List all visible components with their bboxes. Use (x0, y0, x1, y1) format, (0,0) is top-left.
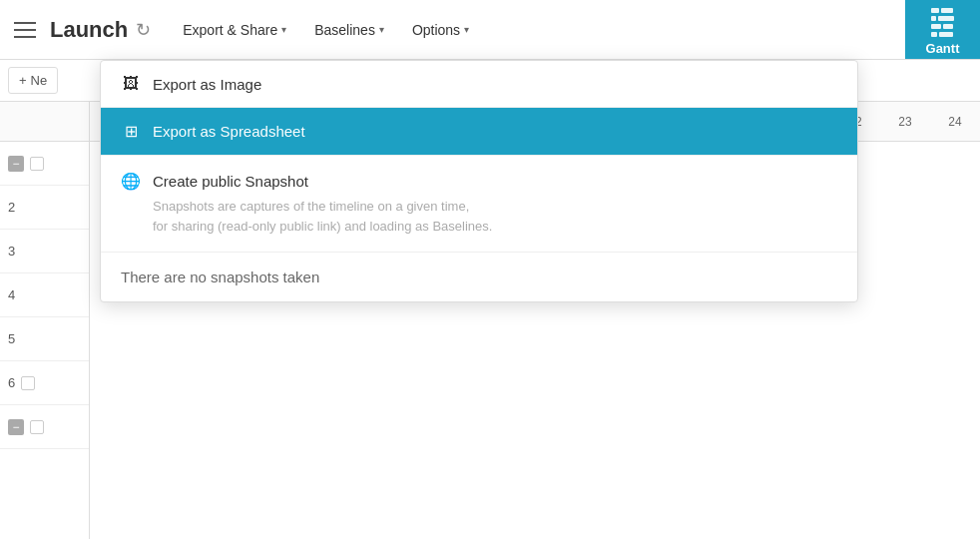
baselines-button[interactable]: Baselines ▾ (302, 16, 396, 44)
collapse-icon[interactable]: − (8, 419, 24, 435)
table-row: 2 (0, 186, 89, 230)
project-title: Launch (50, 17, 128, 43)
hamburger-menu-icon[interactable] (10, 15, 40, 45)
refresh-icon[interactable]: ↻ (136, 19, 151, 41)
globe-icon: 🌐 (121, 172, 141, 191)
no-snapshots-label: There are no snapshots taken (121, 269, 319, 285)
table-row: 3 (0, 230, 89, 273)
new-label: Ne (31, 73, 48, 88)
baselines-label: Baselines (314, 22, 375, 38)
image-icon: 🖼 (121, 75, 141, 93)
nav-menu: Export & Share ▾ Baselines ▾ Options ▾ (171, 16, 970, 44)
row-checkbox[interactable] (21, 376, 35, 390)
snapshot-title-row: 🌐 Create public Snapshot (121, 172, 837, 191)
export-spreadsheet-label: Export as Spreadsheet (153, 123, 305, 140)
export-share-caret: ▾ (281, 24, 286, 35)
row-checkbox[interactable] (30, 420, 44, 434)
options-button[interactable]: Options ▾ (400, 16, 481, 44)
spreadsheet-icon: ⊞ (121, 122, 141, 141)
export-share-label: Export & Share (183, 22, 277, 38)
row-number: 6 (8, 375, 15, 390)
snapshot-title: Create public Snapshot (153, 173, 308, 190)
row-number: 2 (8, 200, 15, 215)
snapshot-desc-line1: Snapshots are captures of the timeline o… (153, 199, 469, 214)
row-header (0, 102, 89, 142)
app-header: Launch ↻ Export & Share ▾ Baselines ▾ Op… (0, 0, 980, 60)
options-label: Options (412, 22, 460, 38)
table-row: 4 (0, 273, 89, 317)
row-sidebar: − 2 3 4 5 6 − (0, 102, 90, 539)
row-number: 5 (8, 331, 15, 346)
options-caret: ▾ (464, 24, 469, 35)
table-row: 5 (0, 317, 89, 361)
table-row: − (0, 405, 89, 449)
export-image-item[interactable]: 🖼 Export as Image (101, 61, 857, 108)
gantt-icon (931, 4, 954, 37)
collapse-icon[interactable]: − (8, 156, 24, 172)
snapshot-section: 🌐 Create public Snapshot Snapshots are c… (101, 156, 857, 253)
snapshot-desc-line2: for sharing (read-only public link) and … (153, 219, 492, 234)
snapshot-description: Snapshots are captures of the timeline o… (153, 197, 837, 236)
row-number: 3 (8, 244, 15, 259)
gantt-day-label: 24 (940, 115, 970, 129)
export-share-button[interactable]: Export & Share ▾ (171, 16, 298, 44)
new-task-button[interactable]: + Ne (8, 67, 58, 94)
export-share-dropdown: 🖼 Export as Image ⊞ Export as Spreadshee… (100, 60, 858, 302)
gantt-day-label: 23 (890, 115, 920, 129)
no-snapshots-text: There are no snapshots taken (101, 253, 857, 301)
plus-icon: + (19, 73, 27, 88)
row-number: 4 (8, 287, 15, 302)
row-checkbox[interactable] (30, 157, 44, 171)
gantt-button[interactable]: Gantt (905, 0, 980, 59)
table-row: 6 (0, 361, 89, 405)
gantt-label: Gantt (926, 41, 960, 56)
baselines-caret: ▾ (379, 24, 384, 35)
table-row: − (0, 142, 89, 186)
export-spreadsheet-item[interactable]: ⊞ Export as Spreadsheet (101, 108, 857, 156)
export-image-label: Export as Image (153, 76, 261, 93)
